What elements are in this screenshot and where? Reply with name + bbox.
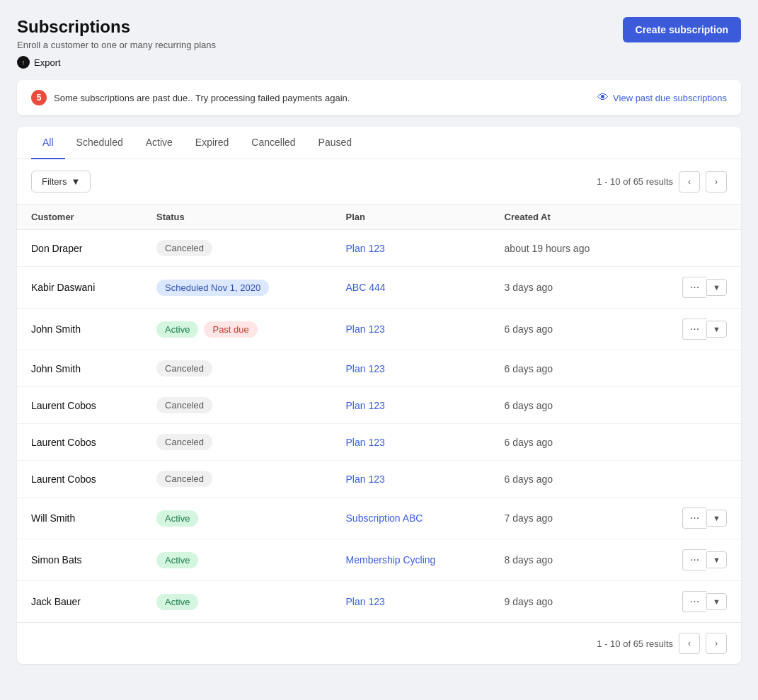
next-page-button-top[interactable]: › <box>706 171 727 193</box>
row-actions: ···▼ <box>643 581 741 623</box>
created-at: about 19 hours ago <box>490 230 643 267</box>
tab-expired[interactable]: Expired <box>184 127 240 159</box>
status-cell: Canceled <box>142 230 331 267</box>
col-header-actions <box>643 205 741 230</box>
row-actions: ···▼ <box>643 498 741 539</box>
row-more-button[interactable]: ··· <box>682 277 706 298</box>
status-badge-canceled: Canceled <box>156 471 212 487</box>
row-dropdown-button[interactable]: ▼ <box>706 510 727 527</box>
status-cell: Canceled <box>142 350 331 387</box>
col-header-customer: Customer <box>17 205 142 230</box>
tab-paused[interactable]: Paused <box>307 127 363 159</box>
customer-name: Don Draper <box>17 230 142 267</box>
created-at: 9 days ago <box>490 581 643 623</box>
row-actions <box>643 350 741 387</box>
row-actions <box>643 461 741 498</box>
alert-banner: 5 Some subscriptions are past due.. Try … <box>17 80 741 115</box>
status-badge-canceled: Canceled <box>156 397 212 413</box>
table-row: Simon BatsActiveMembership Cycling8 days… <box>17 539 741 581</box>
created-at: 6 days ago <box>490 461 643 498</box>
plan-link[interactable]: Plan 123 <box>332 230 490 267</box>
created-at: 8 days ago <box>490 539 643 581</box>
prev-page-button-bottom[interactable]: ‹ <box>679 633 700 654</box>
col-header-created-at: Created At <box>490 205 643 230</box>
table-header-row: CustomerStatusPlanCreated At <box>17 205 741 230</box>
row-more-button[interactable]: ··· <box>682 549 706 570</box>
toolbar: Filters ▼ 1 - 10 of 65 results ‹ › <box>17 159 741 204</box>
alert-link-label: View past due subscriptions <box>613 93 727 103</box>
row-dropdown-button[interactable]: ▼ <box>706 321 727 338</box>
status-cell: Active <box>142 581 331 623</box>
status-badge-active: Active <box>156 552 198 568</box>
created-at: 6 days ago <box>490 387 643 424</box>
created-at: 7 days ago <box>490 498 643 539</box>
page-header-left: Subscriptions Enroll a customer to one o… <box>17 17 216 69</box>
row-dropdown-button[interactable]: ▼ <box>706 279 727 296</box>
row-more-button[interactable]: ··· <box>682 319 706 340</box>
tab-cancelled[interactable]: Cancelled <box>240 127 306 159</box>
row-actions <box>643 387 741 424</box>
create-subscription-button[interactable]: Create subscription <box>623 17 741 42</box>
customer-name: Laurent Cobos <box>17 387 142 424</box>
row-more-button[interactable]: ··· <box>682 507 706 529</box>
created-at: 6 days ago <box>490 309 643 350</box>
alert-count-badge: 5 <box>31 90 47 105</box>
table-header: CustomerStatusPlanCreated At <box>17 205 741 230</box>
status-badge-canceled: Canceled <box>156 434 212 450</box>
plan-link[interactable]: ABC 444 <box>332 267 490 309</box>
row-dropdown-button[interactable]: ▼ <box>706 593 727 610</box>
table-row: Kabir DaswaniScheduled Nov 1, 2020ABC 44… <box>17 267 741 309</box>
export-link[interactable]: ↑ Export <box>17 56 216 69</box>
row-actions: ···▼ <box>643 267 741 309</box>
table-row: John SmithCanceledPlan 1236 days ago <box>17 350 741 387</box>
col-header-status: Status <box>142 205 331 230</box>
customer-name: John Smith <box>17 309 142 350</box>
plan-link[interactable]: Plan 123 <box>332 309 490 350</box>
filters-button[interactable]: Filters ▼ <box>31 171 91 193</box>
tab-all[interactable]: All <box>31 127 65 159</box>
table-row: Will SmithActiveSubscription ABC7 days a… <box>17 498 741 539</box>
row-actions <box>643 230 741 267</box>
status-badge-canceled: Canceled <box>156 240 212 256</box>
plan-link[interactable]: Plan 123 <box>332 581 490 623</box>
status-badge-active: Active <box>156 321 198 338</box>
status-cell: Canceled <box>142 387 331 424</box>
filters-chevron-icon: ▼ <box>71 176 80 187</box>
table-row: Laurent CobosCanceledPlan 1236 days ago <box>17 387 741 424</box>
tab-active[interactable]: Active <box>134 127 184 159</box>
row-actions: ···▼ <box>643 309 741 350</box>
status-badge-canceled: Canceled <box>156 360 212 377</box>
row-dropdown-button[interactable]: ▼ <box>706 551 727 568</box>
tab-scheduled[interactable]: Scheduled <box>65 127 134 159</box>
status-cell: Canceled <box>142 424 331 461</box>
plan-link[interactable]: Membership Cycling <box>332 539 490 581</box>
next-page-button-bottom[interactable]: › <box>706 633 727 654</box>
export-icon: ↑ <box>17 56 30 69</box>
pagination-text-bottom: 1 - 10 of 65 results <box>597 638 673 649</box>
plan-link[interactable]: Subscription ABC <box>332 498 490 539</box>
status-cell: Active <box>142 498 331 539</box>
plan-link[interactable]: Plan 123 <box>332 461 490 498</box>
page-subtitle: Enroll a customer to one or many recurri… <box>17 40 216 50</box>
plan-link[interactable]: Plan 123 <box>332 387 490 424</box>
prev-page-button-top[interactable]: ‹ <box>679 171 700 193</box>
table-row: Laurent CobosCanceledPlan 1236 days ago <box>17 461 741 498</box>
status-badge-pastdue: Past due <box>204 321 257 338</box>
view-past-due-link[interactable]: 👁 View past due subscriptions <box>597 91 727 104</box>
customer-name: John Smith <box>17 350 142 387</box>
plan-link[interactable]: Plan 123 <box>332 350 490 387</box>
status-cell: Scheduled Nov 1, 2020 <box>142 267 331 309</box>
main-card: AllScheduledActiveExpiredCancelledPaused… <box>17 127 741 664</box>
pagination-info-top: 1 - 10 of 65 results ‹ › <box>597 171 727 193</box>
created-at: 6 days ago <box>490 424 643 461</box>
created-at: 3 days ago <box>490 267 643 309</box>
row-more-button[interactable]: ··· <box>682 591 706 612</box>
page-title: Subscriptions <box>17 17 216 37</box>
table-row: Don DraperCanceledPlan 123about 19 hours… <box>17 230 741 267</box>
alert-left: 5 Some subscriptions are past due.. Try … <box>31 90 350 105</box>
status-cell: ActivePast due <box>142 309 331 350</box>
row-actions <box>643 424 741 461</box>
filters-label: Filters <box>42 176 67 187</box>
created-at: 6 days ago <box>490 350 643 387</box>
plan-link[interactable]: Plan 123 <box>332 424 490 461</box>
